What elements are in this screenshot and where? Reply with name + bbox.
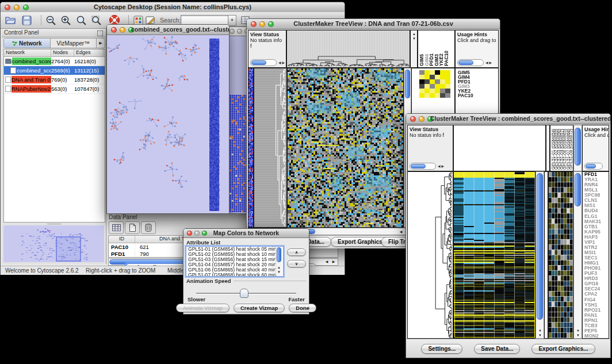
- tv1-column-label[interactable]: PAC10: [444, 51, 449, 66]
- column-header[interactable]: Edges: [74, 49, 104, 56]
- tv2-heatmap-vscrollbar[interactable]: ▲ ▼: [536, 171, 544, 339]
- matrix-cell[interactable]: [445, 84, 450, 89]
- network-table-row[interactable]: combined_sco2569(6)13112(15): [4, 66, 105, 75]
- dialog-titlebar[interactable]: Map Colors to Network: [183, 229, 309, 238]
- tv2-gene-list[interactable]: PFD1YRA1RNR4MSL1SPC98CLN1NIS1BUD4ELG1MAK…: [582, 171, 609, 339]
- minimize-icon[interactable]: [120, 27, 125, 33]
- matrix-cell[interactable]: [445, 79, 450, 84]
- matrix-cell[interactable]: [440, 79, 445, 84]
- done-button[interactable]: Done: [289, 304, 316, 312]
- tv2-labels-vscrollbar[interactable]: [573, 125, 582, 171]
- tv1-gene-summary-strip[interactable]: [248, 68, 254, 228]
- minimize-icon[interactable]: [237, 29, 242, 34]
- tv1-status-scrollbar[interactable]: ◀▶: [250, 59, 286, 66]
- tv1-zoom-matrix[interactable]: [419, 70, 450, 98]
- scroll-left-icon[interactable]: ◀: [398, 229, 404, 234]
- network-table-row[interactable]: combined_scores2764(0)16218(0): [4, 57, 105, 66]
- move-down-button[interactable]: ∨: [287, 260, 306, 267]
- tv2-zoom-vscrollbar[interactable]: ▲ ▼: [573, 171, 582, 339]
- scroll-down-icon[interactable]: ▼: [537, 333, 543, 338]
- close-icon[interactable]: [111, 27, 117, 33]
- tv2-global-heatmap[interactable]: [453, 171, 536, 339]
- scroll-up-icon[interactable]: ▲: [537, 328, 543, 332]
- save-data-button[interactable]: Save Data...: [474, 344, 520, 354]
- scroll-up-icon[interactable]: ▲: [411, 32, 417, 36]
- scroll-up-icon[interactable]: ▲: [575, 328, 581, 332]
- zoom-out-icon[interactable]: [44, 14, 57, 26]
- matrix-cell[interactable]: [424, 75, 430, 79]
- matrix-cell[interactable]: [430, 89, 435, 93]
- tv2-usage-scrollbar[interactable]: [584, 163, 603, 169]
- tv1-array-dendrogram[interactable]: [286, 30, 410, 68]
- matrix-cell[interactable]: [419, 79, 424, 84]
- zoom-fit-icon[interactable]: [75, 14, 87, 26]
- network-canvas-view[interactable]: [107, 35, 229, 213]
- matrix-cell[interactable]: [419, 89, 424, 93]
- move-up-button[interactable]: ∧: [287, 248, 306, 256]
- tab-vizmapper[interactable]: VizMapper™: [51, 39, 97, 48]
- splitter-handle[interactable]: [2, 223, 105, 225]
- matrix-cell[interactable]: [445, 93, 450, 98]
- tv2-status-scrollbar[interactable]: ◀▶: [410, 163, 445, 169]
- scroll-left-icon[interactable]: ◀: [324, 259, 330, 264]
- gene-label[interactable]: MON2: [583, 334, 609, 339]
- tv2-gene-dendrogram[interactable]: [407, 171, 453, 339]
- matrix-cell[interactable]: [419, 93, 424, 98]
- network-table-row[interactable]: RNAPuberNov2+563(0)107847(0): [4, 85, 105, 94]
- tv2-zoom-heatmap[interactable]: [548, 171, 573, 339]
- create-vizmap-button[interactable]: Create Vizmap: [234, 304, 285, 312]
- treeview1-titlebar[interactable]: ClusterMaker TreeView : DNA and Tran 07-…: [247, 19, 500, 29]
- matrix-cell[interactable]: [435, 93, 440, 98]
- column-header[interactable]: Network: [4, 49, 51, 56]
- scroll-down-icon[interactable]: ▼: [575, 333, 581, 338]
- main-titlebar[interactable]: Cytoscape Desktop (Session Name: collins…: [1, 2, 345, 13]
- matrix-cell[interactable]: [440, 84, 445, 89]
- matrix-cell[interactable]: [445, 70, 450, 75]
- animate-vizmap-button[interactable]: Animate Vizmap: [176, 304, 230, 312]
- close-icon[interactable]: [410, 116, 416, 122]
- network-window-titlebar[interactable]: combined_scores_good.txt--cluste...: [107, 25, 229, 35]
- tab-network[interactable]: Network: [4, 39, 51, 48]
- tv1-row-label[interactable]: PAC10: [458, 93, 473, 98]
- matrix-cell[interactable]: [435, 89, 440, 93]
- close-icon[interactable]: [230, 29, 235, 34]
- settings-button[interactable]: Settings...: [421, 344, 462, 354]
- column-header[interactable]: Nodes: [51, 49, 74, 56]
- matrix-cell[interactable]: [435, 84, 440, 89]
- new-document-icon[interactable]: [125, 221, 140, 234]
- birdseye-view[interactable]: [3, 225, 104, 262]
- matrix-cell[interactable]: [435, 75, 440, 79]
- matrix-cell[interactable]: [419, 84, 424, 89]
- matrix-cell[interactable]: [424, 89, 430, 93]
- matrix-cell[interactable]: [435, 79, 440, 84]
- matrix-cell[interactable]: [424, 84, 430, 89]
- treeview2-titlebar[interactable]: ClusterMaker TreeView : combined_scores_…: [406, 114, 610, 124]
- speed-slider-thumb[interactable]: [240, 289, 248, 298]
- network-table-row[interactable]: DNA and Tran 07769(0)183728(0): [4, 75, 105, 85]
- matrix-cell[interactable]: [430, 84, 435, 89]
- matrix-cell[interactable]: [445, 75, 450, 79]
- matrix-cell[interactable]: [430, 93, 435, 98]
- search-dropdown-icon[interactable]: ▼: [228, 15, 236, 26]
- zoom-selected-icon[interactable]: [90, 14, 102, 26]
- matrix-cell[interactable]: [440, 93, 445, 98]
- tv1-usage-scrollbar[interactable]: ◀▶: [457, 59, 493, 66]
- open-folder-icon[interactable]: [4, 14, 17, 26]
- matrix-cell[interactable]: [435, 70, 440, 75]
- table-grid-icon[interactable]: [109, 221, 124, 234]
- tv1-global-heatmap[interactable]: [287, 68, 404, 228]
- attribute-list[interactable]: GPL51-01 (GSM854) heat shock 05 minGPL51…: [186, 246, 284, 277]
- matrix-cell[interactable]: [440, 70, 445, 75]
- save-icon[interactable]: [20, 14, 33, 26]
- tab-overflow-icon[interactable]: ▶: [97, 39, 105, 48]
- tv1-gene-dendrogram[interactable]: [254, 68, 287, 228]
- attribute-list-item[interactable]: GPL51-07 (GSM868) heat shock 60 min: [186, 273, 283, 277]
- matrix-cell[interactable]: [430, 70, 435, 75]
- trash-icon[interactable]: [141, 221, 156, 234]
- matrix-cell[interactable]: [419, 70, 424, 75]
- matrix-cell[interactable]: [440, 89, 445, 93]
- matrix-cell[interactable]: [430, 75, 435, 79]
- matrix-cell[interactable]: [419, 75, 424, 79]
- matrix-cell[interactable]: [440, 75, 445, 79]
- scroll-down-icon[interactable]: ▼: [276, 270, 282, 274]
